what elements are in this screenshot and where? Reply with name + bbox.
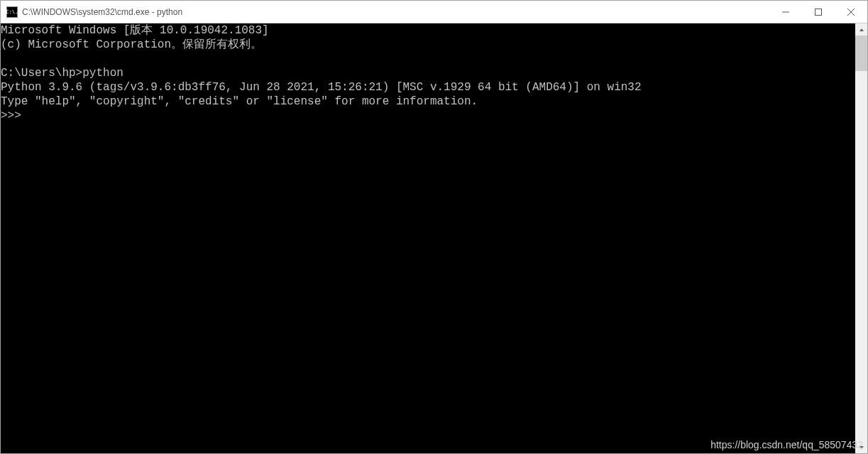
scrollbar-thumb[interactable] <box>855 36 867 71</box>
client-area: Microsoft Windows [版本 10.0.19042.1083] (… <box>1 23 867 453</box>
titlebar[interactable]: C:\. C:\WINDOWS\system32\cmd.exe - pytho… <box>1 1 867 23</box>
vertical-scrollbar[interactable] <box>855 23 867 453</box>
svg-rect-0 <box>815 9 822 15</box>
scroll-down-button[interactable] <box>855 441 867 453</box>
window-title: C:\WINDOWS\system32\cmd.exe - python <box>22 7 182 17</box>
cmd-icon: C:\. <box>6 6 18 18</box>
scroll-up-button[interactable] <box>855 23 867 36</box>
close-button[interactable] <box>835 1 867 23</box>
cmd-window: C:\. C:\WINDOWS\system32\cmd.exe - pytho… <box>0 0 868 454</box>
maximize-button[interactable] <box>802 1 835 23</box>
minimize-button[interactable] <box>769 1 802 23</box>
scrollbar-track[interactable] <box>855 36 867 441</box>
terminal-output[interactable]: Microsoft Windows [版本 10.0.19042.1083] (… <box>1 23 855 453</box>
